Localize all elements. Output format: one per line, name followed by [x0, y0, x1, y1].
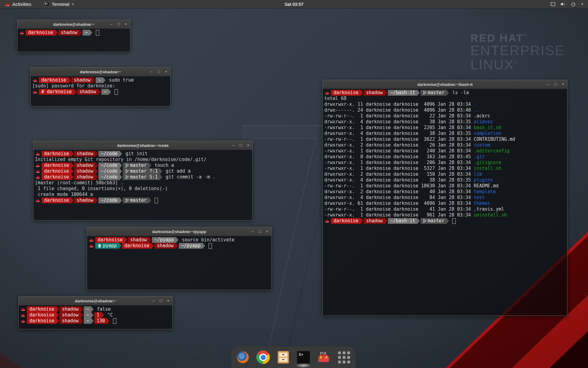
close-button[interactable]: ×: [167, 297, 169, 305]
segment-root-user: # darknoise: [39, 89, 76, 95]
minimize-button[interactable]: –: [153, 297, 155, 305]
minimize-button[interactable]: –: [251, 227, 254, 236]
git-branch-icon: [125, 169, 129, 173]
segment-host: shadow: [71, 77, 95, 83]
segment-user: darknoise: [39, 77, 71, 83]
maximize-button[interactable]: □: [158, 67, 160, 76]
titlebar[interactable]: darknoise@shadow:~ – □ ×: [19, 297, 172, 305]
maximize-button[interactable]: □: [240, 141, 242, 150]
titlebar[interactable]: darknoise@shadow:~ – □ ×: [17, 20, 130, 29]
system-status-area[interactable]: [551, 2, 588, 6]
logo-line-linux: LINUX®: [470, 58, 565, 72]
close-button[interactable]: ×: [247, 141, 249, 150]
terminal-window-exitcodes[interactable]: darknoise@shadow:~ – □ × darknoise shado…: [18, 296, 173, 329]
window-icon: [551, 2, 555, 6]
file-name: plugins: [474, 177, 493, 183]
rhel-wallpaper-logo: RED HAT® ENTERPRISE LINUX®: [470, 33, 565, 71]
minimize-button[interactable]: –: [232, 141, 235, 150]
close-button[interactable]: ×: [266, 227, 268, 236]
redhat-icon: [89, 244, 94, 248]
segment-git-branch: master: [123, 197, 151, 203]
titlebar[interactable]: darknoise@shadow:~/code – □ ×: [33, 141, 252, 150]
close-button[interactable]: ×: [165, 67, 167, 76]
ls-row: drwxrwxr-x. 4 darknoise darknoise 38 Jan…: [324, 131, 566, 136]
app-grid-dots: [338, 351, 350, 363]
maximize-button[interactable]: □: [555, 80, 557, 89]
segment-path: ~/code: [98, 168, 122, 174]
redhat-icon: [36, 152, 40, 156]
terminal-window-pyapp[interactable]: darknoise@shadow:~/pyapp – □ × darknoise…: [87, 227, 272, 290]
prompt-line: # darknoise shadow ~: [32, 89, 169, 95]
segment-path: ~: [96, 77, 105, 83]
terminal-content[interactable]: darknoise shadow ~/code git init Initial…: [33, 150, 252, 220]
terminal-content[interactable]: darknoise shadow ~ false darknoise shado…: [19, 305, 172, 329]
ls-row: drwxrwxr-x. 4 darknoise darknoise 84 Jan…: [324, 195, 566, 201]
redhat-icon: [36, 169, 40, 173]
prompt-line: darknoise shadow ~/code master: [35, 197, 251, 203]
terminal-content[interactable]: darknoise shadow ~/pyapp source bin/acti…: [87, 236, 271, 290]
maximize-button[interactable]: □: [160, 297, 162, 305]
prompt-line: pyapp darknoise shadow ~/pyapp: [89, 243, 270, 249]
prompt-line: darknoise shadow ~ false: [20, 306, 171, 312]
prompt-line: darknoise shadow ~: [19, 30, 129, 36]
file-name: custom: [474, 142, 490, 148]
file-name: lib: [474, 171, 482, 177]
segment-user: darknoise: [331, 218, 363, 224]
titlebar[interactable]: darknoise@shadow:~ – □ ×: [31, 67, 170, 76]
terminal-content[interactable]: darknoise shadow ~: [17, 29, 130, 52]
redhat-icon: [20, 31, 24, 35]
redhat-icon: [33, 90, 37, 94]
segment-path: ~: [84, 312, 93, 318]
segment-user: darknoise: [42, 197, 74, 203]
redhat-icon: [36, 198, 40, 202]
app-grid-icon[interactable]: [337, 350, 351, 364]
speaker-icon: [560, 2, 566, 6]
segment-host: shadow: [59, 306, 83, 312]
segment-path: ~/code: [98, 197, 122, 203]
git-branch-icon: [423, 91, 426, 95]
close-button[interactable]: ×: [125, 20, 127, 29]
terminal-icon[interactable]: $>: [296, 350, 311, 364]
file-name: .editorconfig: [474, 148, 510, 154]
segment-user: darknoise: [331, 90, 363, 96]
segment-user: darknoise: [27, 318, 59, 324]
maximize-button[interactable]: □: [118, 20, 120, 29]
prompt-line: darknoise shadow ~/code git init: [35, 151, 251, 157]
file-name: .travis.yml: [474, 206, 504, 212]
terminal-content[interactable]: darknoise shadow ~ sudo true [sudo] pass…: [31, 76, 170, 106]
segment-host: shadow: [77, 89, 100, 95]
titlebar[interactable]: darknoise@shadow:~/bash-it – □ ×: [323, 80, 567, 89]
toolbox-icon[interactable]: [317, 350, 331, 364]
close-button[interactable]: ×: [562, 80, 564, 89]
file-name: .ackrc: [474, 113, 490, 119]
minimize-button[interactable]: –: [547, 80, 549, 89]
segment-host: shadow: [128, 237, 151, 243]
terminal-window-sudo[interactable]: darknoise@shadow:~ – □ × darknoise shado…: [30, 67, 171, 106]
firefox-icon[interactable]: [236, 350, 250, 364]
titlebar[interactable]: darknoise@shadow:~/pyapp – □ ×: [87, 227, 271, 236]
clock[interactable]: Sat 03:57: [0, 2, 588, 7]
minimize-button[interactable]: –: [150, 67, 153, 76]
chrome-icon[interactable]: [256, 350, 270, 364]
ls-row: -rw-rw-r--. 1 darknoise darknoise 18630 …: [324, 183, 566, 189]
redhat-icon: [89, 238, 94, 242]
ls-row: -rw-rw-r--. 1 darknoise darknoise 22 Jan…: [324, 113, 566, 119]
minimize-button[interactable]: –: [110, 20, 112, 29]
terminal-window-code[interactable]: darknoise@shadow:~/code – □ × darknoise …: [33, 141, 253, 220]
files-icon[interactable]: [276, 350, 290, 364]
terminal-window-home-1[interactable]: darknoise@shadow:~ – □ × darknoise shado…: [17, 20, 130, 52]
ls-row: drwxrwxr-x. 2 darknoise darknoise 40 Jan…: [324, 189, 566, 195]
terminal-content[interactable]: darknoise shadow ~/bash-it master ls -la…: [323, 89, 567, 316]
ls-row: drwxrwxr-x. 4 darknoise darknoise 38 Jan…: [324, 177, 566, 183]
prompt-line: darknoise shadow ~ 1 ^C: [20, 312, 171, 318]
ls-row: drwxrwxr-x. 61 darknoise darknoise 4096 …: [324, 201, 566, 206]
ls-row: -rwxrwxr-x. 1 darknoise darknoise 240 Ja…: [324, 148, 566, 154]
segment-host: shadow: [364, 218, 387, 224]
redhat-icon: [33, 78, 37, 82]
prompt-line: darknoise shadow ~/bash-it master: [324, 218, 566, 224]
terminal-window-bashit[interactable]: darknoise@shadow:~/bash-it – □ × darknoi…: [322, 80, 567, 316]
maximize-button[interactable]: □: [259, 227, 261, 236]
segment-host: shadow: [74, 151, 98, 157]
running-indicator: [296, 363, 311, 368]
segment-path: ~/pyapp: [152, 237, 178, 243]
